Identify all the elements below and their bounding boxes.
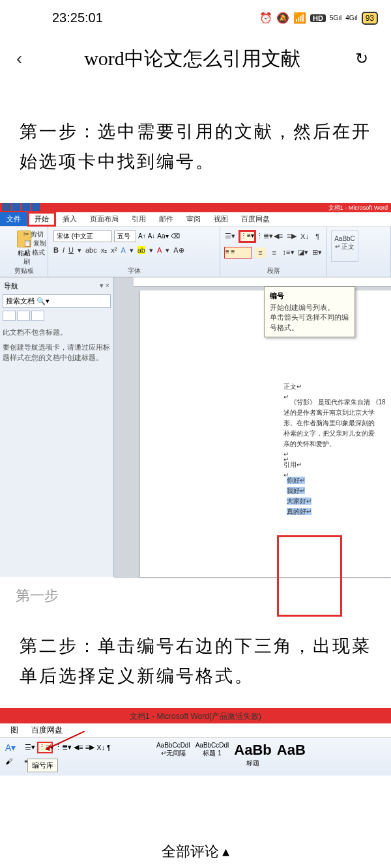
line-spacing-icon[interactable]: ↕≡▾ <box>283 247 295 258</box>
back-button[interactable]: ‹ <box>16 48 36 69</box>
underline-button[interactable]: U <box>68 246 74 254</box>
cite-text-1: 你好↵ <box>287 477 305 484</box>
nav-title: 导航 <box>4 281 18 291</box>
tab-home[interactable]: 开始 <box>27 212 56 227</box>
word-logo-icon <box>2 203 11 211</box>
subscript-button[interactable]: x₂ <box>101 246 108 255</box>
tab-mailings[interactable]: 邮件 <box>152 212 180 226</box>
align-center-button[interactable]: ≡ <box>255 247 266 258</box>
navigation-pane: 导航 ▾ × 搜索文档 🔍▾ 此文档不包含标题。 要创建导航选项卡，请通过应用标… <box>0 277 114 577</box>
font-name-dropdown[interactable]: 宋体 (中文正 <box>53 231 112 242</box>
clear-format-icon[interactable]: ⌫ <box>171 232 180 240</box>
content-area: 第一步：选中需要引用的文献，然后在开始选项卡中找到编号。 <box>0 81 391 177</box>
ruler <box>134 277 391 287</box>
word2-style-4[interactable]: AaB <box>277 742 306 768</box>
superscript-button[interactable]: x² <box>111 246 117 254</box>
change-case-icon[interactable]: Aa▾ <box>157 232 168 240</box>
status-bar: 23:25:01 ⏰ 🔕 📶 HD 5Gıl 4Gıl 93 <box>0 0 391 36</box>
bullets-button[interactable]: ☰▾ <box>224 231 236 242</box>
numbering-tooltip: 编号 开始创建编号列表。 单击箭头可选择不同的编号格式。 <box>264 287 355 337</box>
word2-increase-indent-icon[interactable]: ≡▶ <box>85 743 94 751</box>
step1-text: 第一步：选中需要引用的文献，然后在开始选项卡中找到编号。 <box>20 117 371 177</box>
nav-search-input[interactable]: 搜索文档 🔍▾ <box>3 294 111 308</box>
sort-icon[interactable]: X↓ <box>300 231 310 242</box>
cite-text-4: 真的好↵ <box>287 508 311 515</box>
align-buttons-highlighted[interactable]: ≡ ≡ <box>224 247 252 259</box>
doc-body: 正文↵ ↵ 《背影》 是现代作家朱自清 《18 述的是作者离开南京到北京大学 形… <box>160 382 387 517</box>
tab-references[interactable]: 引用 <box>125 212 152 226</box>
nav-close-button[interactable]: ▾ × <box>100 281 109 291</box>
nav-tab-headings[interactable] <box>3 311 16 321</box>
grow-font-icon[interactable]: A↑ <box>138 232 146 240</box>
redo-icon[interactable] <box>31 203 40 211</box>
increase-indent-icon[interactable]: ≡▶ <box>286 231 297 242</box>
italic-button[interactable]: I <box>63 246 65 254</box>
word2-sort-icon[interactable]: X↓ <box>96 744 105 751</box>
font-color-icon[interactable]: A <box>157 246 162 254</box>
word2-format-painter-icon[interactable]: 🖌 <box>5 757 12 765</box>
word2-ribbon: A▾ ☰▾ ⋮≡▾ ⋮≣▾ ◀≡ ≡▶ X↓ ¶ 🖌 ≡ 编号库 AaBbCcD… <box>0 738 391 776</box>
word2-style-2[interactable]: AaBbCcDdl标题 1 <box>195 742 229 768</box>
numbering-button[interactable]: ⋮≡▾ <box>239 230 256 243</box>
doc-para5: 亲的关怀和爱护。 <box>283 439 387 449</box>
tab-file[interactable]: 文件 <box>0 212 27 226</box>
doc-para4: 朴素的文字，把父亲对儿女的爱 <box>283 428 387 439</box>
tab-view[interactable]: 视图 <box>207 212 235 226</box>
styles-group: AaBbC ↵ 正文 <box>327 227 391 277</box>
nav-message-2: 要创建导航选项卡，请通过应用标题样式在您的文档中创建标题。 <box>3 343 111 363</box>
word2-marks-icon[interactable]: ¶ <box>107 744 111 751</box>
tab-insert[interactable]: 插入 <box>56 212 83 226</box>
borders-icon[interactable]: ⊞▾ <box>311 247 323 258</box>
bold-button[interactable]: B <box>53 246 59 254</box>
para-label: 段落 <box>220 266 326 275</box>
word2-tab-view[interactable]: 图 <box>4 725 25 736</box>
multilevel-button[interactable]: ⋮≣▾ <box>259 231 270 242</box>
doc-para3: 形。在作者脑海里印象最深刻的 <box>283 418 387 428</box>
format-painter-button[interactable]: 🖌 格式刷 <box>23 248 48 266</box>
word-titlebar: 文档1 - Microsoft Word <box>0 203 391 212</box>
strike-button[interactable]: abc <box>85 246 97 254</box>
text-effects-icon[interactable]: A <box>121 246 125 254</box>
nav-tab-pages[interactable] <box>17 311 30 321</box>
nav-tab-results[interactable] <box>31 311 44 321</box>
clipboard-group: 粘贴 ✂ 剪切 📋 复制 🖌 格式刷 剪贴板 <box>0 227 48 277</box>
copy-button[interactable]: 📋 复制 <box>23 239 48 248</box>
page-title: word中论文怎么引用文献 <box>36 46 355 72</box>
undo-icon[interactable] <box>22 203 30 211</box>
tab-layout[interactable]: 页面布局 <box>83 212 125 226</box>
cite-text-3: 大家好↵ <box>287 497 311 505</box>
align-right-button[interactable]: ≡ <box>268 247 280 258</box>
cut-button[interactable]: ✂ 剪切 <box>23 230 48 239</box>
phonetic-icon[interactable]: A⊕ <box>173 246 184 255</box>
doc-para1: 《背影》 是现代作家朱自清 《18 <box>290 397 387 408</box>
signal-4g: 4Gıl <box>345 14 357 21</box>
font-group: 宋体 (中文正 五号 A↑ A↓ Aa▾ ⌫ B I U▾ abc x₂ x² … <box>48 227 220 277</box>
cite-text-2: 我好↵ <box>287 487 305 494</box>
highlight-icon[interactable]: ab <box>138 246 145 254</box>
shrink-font-icon[interactable]: A↓ <box>148 232 156 240</box>
svg-line-0 <box>46 731 85 749</box>
tab-baidu[interactable]: 百度网盘 <box>235 212 276 226</box>
decrease-indent-icon[interactable]: ◀≡ <box>273 231 283 242</box>
comments-bar[interactable]: 全部评论 ▴ <box>0 835 391 868</box>
clipboard-label: 剪贴板 <box>0 266 48 275</box>
font-size-dropdown[interactable]: 五号 <box>114 231 136 242</box>
share-button[interactable]: ↻ <box>355 49 375 68</box>
wifi-icon: 📶 <box>293 12 306 24</box>
word2-bullets-button[interactable]: ☰▾ <box>25 743 35 751</box>
shading-icon[interactable]: ◪▾ <box>297 247 309 258</box>
battery-icon: 93 <box>362 12 378 25</box>
alarm-icon: ⏰ <box>259 12 272 24</box>
style-normal[interactable]: AaBbC ↵ 正文 <box>331 231 358 262</box>
word2-style-3[interactable]: AaBb标题 <box>234 742 271 768</box>
word2-style-1[interactable]: AaBbCcDdl↵无间隔 <box>156 742 190 768</box>
tab-review[interactable]: 审阅 <box>180 212 207 226</box>
word-ribbon: 粘贴 ✂ 剪切 📋 复制 🖌 格式刷 剪贴板 宋体 (中文正 五号 A↑ A↓ … <box>0 227 391 277</box>
dnd-icon: 🔕 <box>276 12 289 24</box>
save-icon[interactable] <box>12 203 20 211</box>
comments-label: 全部评论 ▴ <box>162 842 230 861</box>
word-screenshot-2: 文档1 - Microsoft Word(产品激活失败) 图 百度网盘 A▾ ☰… <box>0 708 391 776</box>
show-marks-icon[interactable]: ¶ <box>312 231 323 242</box>
word2-text-effects-icon[interactable]: A▾ <box>5 742 16 753</box>
annotation-arrow-icon <box>39 731 85 751</box>
